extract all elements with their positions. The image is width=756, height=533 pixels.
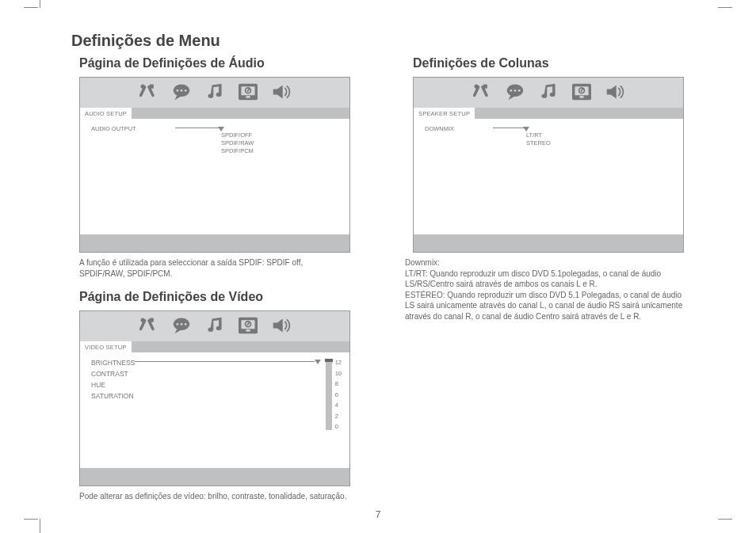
svg-point-17 <box>141 318 145 322</box>
video-item: CONTRAST <box>91 370 135 378</box>
monitor-icon <box>571 82 593 105</box>
svg-rect-11 <box>246 96 250 98</box>
music-icon <box>204 82 226 105</box>
speech-icon <box>170 316 193 338</box>
speaker-icon <box>270 316 292 338</box>
audio-option: SPDIF/RAW <box>221 139 254 147</box>
right-column: Definições de Colunas SPEAKER SETUP DOWN… <box>405 56 697 513</box>
svg-point-32 <box>475 85 479 89</box>
speaker-option: LT/RT <box>526 131 551 139</box>
speech-icon <box>170 82 193 105</box>
audio-output-label: AUDIO OUTPUT <box>91 125 175 132</box>
video-slider: 12 10 8 6 4 2 0 <box>326 359 342 430</box>
manual-page: Definições de Menu Página de Definições … <box>71 32 697 513</box>
tick: 2 <box>335 413 342 420</box>
audio-heading: Página de Definições de Áudio <box>79 56 364 70</box>
svg-point-8 <box>185 89 187 92</box>
svg-point-22 <box>181 323 183 326</box>
svg-point-23 <box>185 323 187 326</box>
tick: 0 <box>335 423 342 430</box>
svg-point-38 <box>518 89 521 92</box>
audio-option: SPDIF/PCM <box>221 147 254 155</box>
audio-option: SPDIF/OFF <box>221 131 254 139</box>
music-icon <box>537 82 559 105</box>
tools-icon <box>137 82 159 105</box>
tick: 10 <box>335 370 342 377</box>
speech-icon <box>504 82 526 105</box>
audio-panel: AUDIO SETUP AUDIO OUTPUT SPDIF/OFF SPDIF… <box>79 77 350 253</box>
svg-rect-3 <box>150 85 154 89</box>
arrow-icon <box>135 359 320 430</box>
page-number: 7 <box>0 509 756 520</box>
monitor-icon <box>237 316 259 338</box>
speaker-option: STEREO <box>526 139 551 147</box>
speaker-icon <box>604 82 626 105</box>
svg-point-6 <box>176 89 178 92</box>
downmix-label: DOWNMIX <box>425 125 493 132</box>
speaker-heading: Definições de Colunas <box>413 56 697 70</box>
svg-point-2 <box>141 85 145 89</box>
svg-rect-41 <box>579 96 583 98</box>
svg-marker-44 <box>607 85 617 98</box>
icon-bar <box>80 78 349 108</box>
svg-point-21 <box>176 323 178 326</box>
speaker-icon <box>270 82 292 105</box>
monitor-icon <box>237 82 259 105</box>
svg-rect-18 <box>150 318 154 322</box>
video-item: HUE <box>91 381 135 389</box>
video-panel: VIDEO SETUP BRIGHTNESS CONTRAST HUE SATU… <box>79 310 350 486</box>
video-item: SATURATION <box>91 392 135 400</box>
video-caption: Pode alterar as definições de vídeo: bri… <box>79 491 349 502</box>
arrow-icon <box>493 125 529 130</box>
svg-marker-14 <box>273 85 283 98</box>
svg-point-37 <box>514 89 517 92</box>
tools-icon <box>471 82 493 105</box>
video-item: BRIGHTNESS <box>91 359 135 367</box>
svg-rect-33 <box>483 85 487 89</box>
tick: 8 <box>335 380 342 387</box>
svg-marker-29 <box>273 318 283 332</box>
video-tab: VIDEO SETUP <box>80 341 132 352</box>
tick: 12 <box>335 359 342 366</box>
tick: 4 <box>335 402 342 409</box>
left-column: Página de Definições de Áudio AUDIO SETU… <box>71 56 364 513</box>
speaker-tab: SPEAKER SETUP <box>414 108 475 119</box>
video-heading: Página de Definições de Vídeo <box>79 290 364 304</box>
svg-point-36 <box>510 89 512 92</box>
tick: 6 <box>335 391 342 398</box>
music-icon <box>204 316 226 338</box>
page-title: Definições de Menu <box>71 32 697 50</box>
speaker-caption: Downmix: LT/RT: Quando reproduzir um dis… <box>405 257 690 322</box>
svg-point-7 <box>181 89 183 92</box>
arrow-icon <box>175 125 224 130</box>
audio-caption: A função é utilizada para seleccionar a … <box>79 257 349 279</box>
svg-rect-26 <box>246 329 250 332</box>
tools-icon <box>137 316 159 338</box>
speaker-panel: SPEAKER SETUP DOWNMIX LT/RT STEREO <box>413 77 684 253</box>
audio-tab: AUDIO SETUP <box>80 108 132 119</box>
